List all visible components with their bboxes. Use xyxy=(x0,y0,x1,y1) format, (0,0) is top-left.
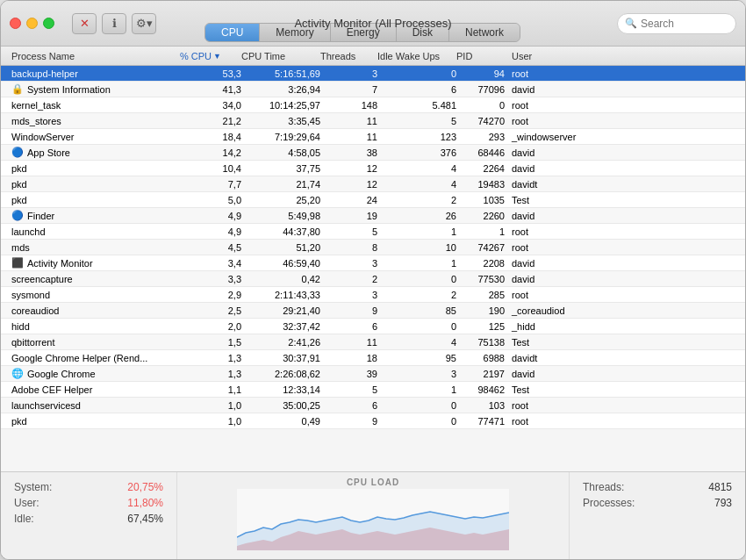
tab-network[interactable]: Network xyxy=(449,24,520,41)
proc-pid: 2197 xyxy=(456,369,505,379)
proc-name: pkd xyxy=(4,195,180,205)
tab-cpu[interactable]: CPU xyxy=(205,24,260,41)
stat-system: System: 20,75% xyxy=(14,481,163,493)
table-row[interactable]: pkd 7,7 21,74 12 4 19483 davidt xyxy=(1,176,745,192)
proc-cputime: 7:19:29,64 xyxy=(241,132,320,142)
proc-name: pkd xyxy=(4,416,180,427)
table-row[interactable]: backupd-helper 53,3 5:16:51,69 3 0 94 ro… xyxy=(1,66,745,82)
proc-idlewake: 10 xyxy=(377,242,456,253)
table-row[interactable]: WindowServer 18,4 7:19:29,64 11 123 293 … xyxy=(1,129,745,145)
table-row[interactable]: sysmond 2,9 2:11:43,33 3 2 285 root xyxy=(1,287,745,303)
proc-threads: 11 xyxy=(320,116,377,126)
maximize-button[interactable] xyxy=(43,18,54,29)
proc-pid: 2208 xyxy=(456,258,505,269)
cpu-chart xyxy=(237,489,509,550)
proc-cpu: 3,3 xyxy=(180,274,241,284)
col-header-idlewake[interactable]: Idle Wake Ups xyxy=(377,51,456,61)
proc-threads: 6 xyxy=(320,321,377,332)
proc-pid: 68446 xyxy=(456,147,505,158)
col-header-name[interactable]: Process Name xyxy=(4,51,180,61)
chart-label: CPU LOAD xyxy=(347,477,399,487)
proc-threads: 2 xyxy=(320,274,377,284)
table-row[interactable]: 🌐Google Chrome 1,3 2:26:08,62 39 3 2197 … xyxy=(1,366,745,382)
proc-user: david xyxy=(505,211,601,221)
proc-user: root xyxy=(505,290,601,300)
proc-idlewake: 2 xyxy=(377,195,456,205)
window-controls xyxy=(10,18,54,29)
proc-threads: 18 xyxy=(320,353,377,363)
table-row[interactable]: screencapture 3,3 0,42 2 0 77530 david xyxy=(1,271,745,287)
proc-pid: 98462 xyxy=(456,384,505,395)
proc-threads: 148 xyxy=(320,100,377,111)
bottom-panel: System: 20,75% User: 11,80% Idle: 67,45%… xyxy=(1,471,745,559)
table-row[interactable]: 🔵Finder 4,9 5:49,98 19 26 2260 david xyxy=(1,208,745,224)
info-icon[interactable]: ℹ xyxy=(102,13,126,34)
table-row[interactable]: coreaudiod 2,5 29:21,40 9 85 190 _coreau… xyxy=(1,303,745,319)
proc-threads: 3 xyxy=(320,258,377,269)
col-header-cpu[interactable]: % CPU ▼ xyxy=(180,51,241,61)
proc-cpu: 1,0 xyxy=(180,416,241,427)
proc-idlewake: 6 xyxy=(377,84,456,95)
gear-icon[interactable]: ⚙▾ xyxy=(132,13,156,34)
col-header-pid[interactable]: PID xyxy=(456,51,505,61)
proc-user: root xyxy=(505,242,601,253)
table-row[interactable]: launchservicesd 1,0 35:00,25 6 0 103 roo… xyxy=(1,398,745,413)
table-row[interactable]: pkd 5,0 25,20 24 2 1035 Test xyxy=(1,192,745,208)
proc-threads: 7 xyxy=(320,84,377,95)
proc-threads: 3 xyxy=(320,68,377,79)
proc-pid: 77530 xyxy=(456,274,505,284)
proc-user: root xyxy=(505,100,601,111)
proc-cputime: 3:35,45 xyxy=(241,116,320,126)
proc-cputime: 2:41,26 xyxy=(241,337,320,348)
table-row[interactable]: pkd 1,0 0,49 9 0 77471 root xyxy=(1,413,745,429)
proc-pid: 1 xyxy=(456,226,505,237)
proc-threads: 24 xyxy=(320,195,377,205)
process-list[interactable]: backupd-helper 53,3 5:16:51,69 3 0 94 ro… xyxy=(1,66,745,471)
table-row[interactable]: kernel_task 34,0 10:14:25,97 148 5.481 0… xyxy=(1,97,745,113)
proc-idlewake: 4 xyxy=(377,179,456,190)
close-button[interactable] xyxy=(10,18,21,29)
col-header-threads[interactable]: Threads xyxy=(320,51,377,61)
proc-pid: 2264 xyxy=(456,163,505,174)
table-row[interactable]: qbittorrent 1,5 2:41,26 11 4 75138 Test xyxy=(1,334,745,350)
proc-cputime: 25,20 xyxy=(241,195,320,205)
proc-idlewake: 95 xyxy=(377,353,456,363)
proc-threads: 8 xyxy=(320,242,377,253)
proc-idlewake: 1 xyxy=(377,226,456,237)
proc-user: _coreaudiod xyxy=(505,305,601,316)
cpu-chart-area: CPU LOAD xyxy=(176,472,570,559)
table-row[interactable]: launchd 4,9 44:37,80 5 1 1 root xyxy=(1,224,745,240)
table-row[interactable]: Google Chrome Helper (Rend... 1,3 30:37,… xyxy=(1,350,745,366)
proc-user: root xyxy=(505,116,601,126)
table-row[interactable]: Adobe CEF Helper 1,1 12:33,14 5 1 98462 … xyxy=(1,382,745,398)
proc-user: david xyxy=(505,258,601,269)
proc-pid: 77471 xyxy=(456,416,505,427)
proc-cpu: 1,1 xyxy=(180,384,241,395)
table-row[interactable]: 🔵App Store 14,2 4:58,05 38 376 68446 dav… xyxy=(1,145,745,161)
col-header-cputime[interactable]: CPU Time xyxy=(241,51,320,61)
proc-pid: 6988 xyxy=(456,353,505,363)
table-row[interactable]: pkd 10,4 37,75 12 4 2264 david xyxy=(1,161,745,176)
proc-user: david xyxy=(505,369,601,379)
proc-threads: 12 xyxy=(320,163,377,174)
search-box[interactable]: 🔍 xyxy=(617,13,736,34)
proc-threads: 3 xyxy=(320,290,377,300)
proc-cpu: 2,5 xyxy=(180,305,241,316)
stat-threads-value: 4815 xyxy=(708,481,732,493)
stat-user-value: 11,80% xyxy=(127,497,163,509)
proc-user: davidt xyxy=(505,353,601,363)
table-row[interactable]: mds_stores 21,2 3:35,45 11 5 74270 root xyxy=(1,113,745,129)
stop-icon[interactable]: ✕ xyxy=(72,13,97,34)
proc-threads: 9 xyxy=(320,305,377,316)
table-row[interactable]: hidd 2,0 32:37,42 6 0 125 _hidd xyxy=(1,319,745,334)
proc-cpu: 3,4 xyxy=(180,258,241,269)
proc-cputime: 2:26:08,62 xyxy=(241,369,320,379)
minimize-button[interactable] xyxy=(26,18,38,29)
table-row[interactable]: mds 4,5 51,20 8 10 74267 root xyxy=(1,240,745,255)
search-input[interactable] xyxy=(641,18,728,30)
proc-name: backupd-helper xyxy=(4,68,180,79)
col-header-user[interactable]: User xyxy=(505,51,601,61)
table-row[interactable]: 🔒System Information 41,3 3:26,94 7 6 770… xyxy=(1,82,745,97)
proc-idlewake: 1 xyxy=(377,384,456,395)
table-row[interactable]: ⬛Activity Monitor 3,4 46:59,40 3 1 2208 … xyxy=(1,255,745,271)
